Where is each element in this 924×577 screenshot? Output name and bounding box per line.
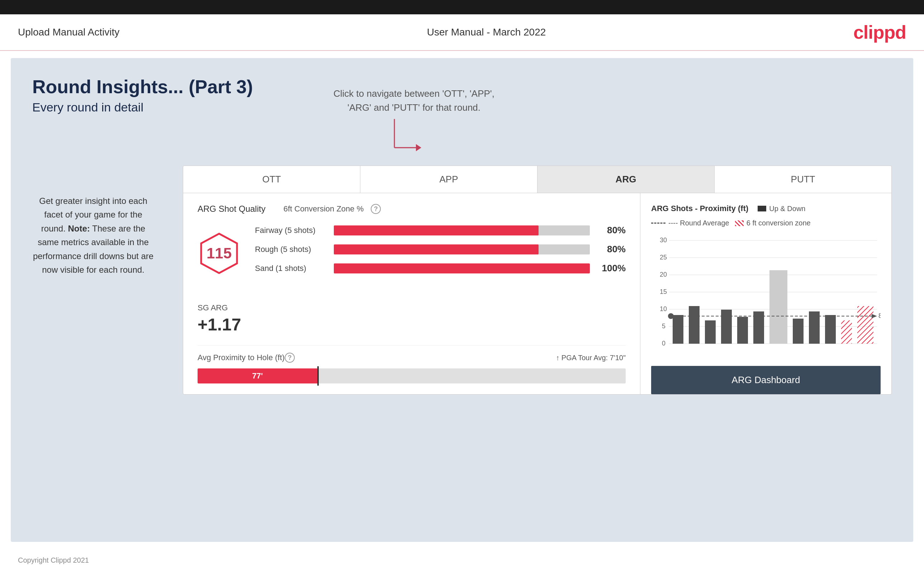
conversion-label: 6ft Conversion Zone % [283, 204, 363, 214]
fairway-percent: 80% [597, 225, 626, 236]
proximity-value: 77' [252, 371, 263, 380]
fairway-bar-fill [334, 226, 538, 235]
legend-updown: Up & Down [758, 205, 805, 213]
svg-text:25: 25 [660, 254, 667, 261]
legend-updown-label: Up & Down [769, 205, 805, 213]
legend-updown-icon [758, 206, 766, 211]
rough-bar-container [334, 244, 590, 255]
chart-svg: 0 5 10 15 20 25 30 [651, 234, 880, 349]
svg-rect-21 [721, 309, 732, 344]
svg-marker-2 [416, 144, 421, 151]
footer: Copyright Clippd 2021 [0, 549, 924, 572]
svg-rect-24 [769, 270, 787, 344]
svg-rect-27 [825, 315, 836, 344]
proximity-section: Avg Proximity to Hole (ft) ? ↑ PGA Tour … [197, 345, 626, 384]
rough-percent: 80% [597, 244, 626, 255]
panel-header: ARG Shot Quality 6ft Conversion Zone % ? [197, 204, 626, 214]
hexagon-number: 115 [207, 245, 232, 262]
proximity-bar: 77' [197, 368, 626, 384]
svg-rect-25 [793, 319, 803, 344]
nav-hint: Click to navigate between 'OTT', 'APP', … [333, 87, 494, 115]
svg-text:10: 10 [660, 305, 667, 313]
proximity-label: Avg Proximity to Hole (ft) [197, 353, 285, 362]
main-content: Round Insights... (Part 3) Every round i… [11, 58, 913, 542]
sand-label: Sand (1 shots) [255, 264, 334, 273]
svg-text:30: 30 [660, 237, 667, 244]
svg-rect-20 [705, 321, 716, 344]
legend-6ft-icon [735, 221, 744, 226]
rough-bar-fill [334, 244, 538, 255]
proximity-help-icon[interactable]: ? [285, 353, 295, 363]
note-bold: Note: [68, 224, 90, 233]
svg-marker-33 [872, 314, 877, 318]
arg-dashboard-button[interactable]: ARG Dashboard [651, 366, 880, 394]
svg-rect-22 [737, 317, 748, 344]
header: Upload Manual Activity User Manual - Mar… [0, 15, 924, 51]
sand-bar-fill [334, 263, 590, 274]
rough-row: Rough (5 shots) 80% [255, 244, 626, 255]
tab-app[interactable]: APP [360, 166, 538, 193]
proximity-cursor [317, 366, 319, 386]
svg-text:5: 5 [662, 322, 666, 330]
fairway-row: Fairway (5 shots) 80% [255, 225, 626, 236]
tab-ott[interactable]: OTT [183, 166, 360, 193]
svg-rect-30 [857, 306, 874, 344]
help-icon[interactable]: ? [371, 204, 381, 214]
svg-rect-29 [841, 321, 852, 344]
sand-bar-container [334, 263, 590, 274]
upload-manual-activity-label: Upload Manual Activity [18, 26, 120, 38]
user-manual-label: User Manual - March 2022 [427, 26, 546, 38]
left-description: Get greater insight into each facet of y… [32, 194, 154, 277]
right-panel-title: ARG Shots - Proximity (ft) [651, 204, 748, 213]
shot-quality-label: ARG Shot Quality [197, 204, 265, 214]
fairway-bar-container [334, 226, 590, 235]
right-panel-header: ARG Shots - Proximity (ft) Up & Down ---… [651, 204, 880, 227]
tab-putt[interactable]: PUTT [715, 166, 892, 193]
legend-dashed-icon [651, 222, 666, 224]
nav-arrow [387, 115, 430, 163]
proximity-bar-fill: 77' [197, 368, 317, 384]
legend-round-avg-label: ---- Round Average [668, 219, 729, 227]
sg-section: SG ARG +1.17 [197, 296, 626, 334]
clippd-logo: clippd [853, 21, 906, 43]
tab-bar: OTT APP ARG PUTT [183, 166, 892, 193]
svg-rect-18 [673, 315, 683, 344]
svg-point-32 [668, 313, 674, 319]
svg-text:0: 0 [662, 340, 666, 347]
legend-round-avg: ---- Round Average [651, 219, 729, 227]
pga-tour-avg: ↑ PGA Tour Avg: 7'10" [556, 354, 626, 362]
svg-rect-19 [689, 306, 699, 344]
sg-label: SG ARG [197, 303, 626, 313]
fairway-label: Fairway (5 shots) [255, 226, 334, 235]
proximity-header: Avg Proximity to Hole (ft) ? ↑ PGA Tour … [197, 353, 626, 363]
svg-text:8: 8 [879, 312, 880, 319]
card-body: ARG Shot Quality 6ft Conversion Zone % ?… [183, 193, 892, 394]
svg-text:15: 15 [660, 288, 667, 295]
left-panel: ARG Shot Quality 6ft Conversion Zone % ?… [183, 193, 640, 394]
arg-chart: 0 5 10 15 20 25 30 [651, 234, 880, 366]
arg-score-hexagon: 115 [197, 232, 241, 275]
tab-arg[interactable]: ARG [538, 166, 715, 193]
hexagon-section: 115 Fairway (5 shots) 80% Rough (5 s [197, 225, 626, 282]
copyright: Copyright Clippd 2021 [18, 556, 89, 564]
sand-row: Sand (1 shots) 100% [255, 263, 626, 274]
top-bar [0, 0, 924, 15]
svg-text:20: 20 [660, 271, 667, 278]
right-panel: ARG Shots - Proximity (ft) Up & Down ---… [640, 193, 892, 394]
rough-label: Rough (5 shots) [255, 245, 334, 254]
round-insights-card: OTT APP ARG PUTT ARG Shot Quality 6ft Co… [183, 166, 892, 395]
legend-6ft: 6 ft conversion zone [735, 219, 811, 227]
sand-percent: 100% [597, 263, 626, 274]
legend-6ft-label: 6 ft conversion zone [746, 219, 811, 227]
sg-value: +1.17 [197, 315, 626, 334]
shot-quality-rows: Fairway (5 shots) 80% Rough (5 shots) [255, 225, 626, 282]
